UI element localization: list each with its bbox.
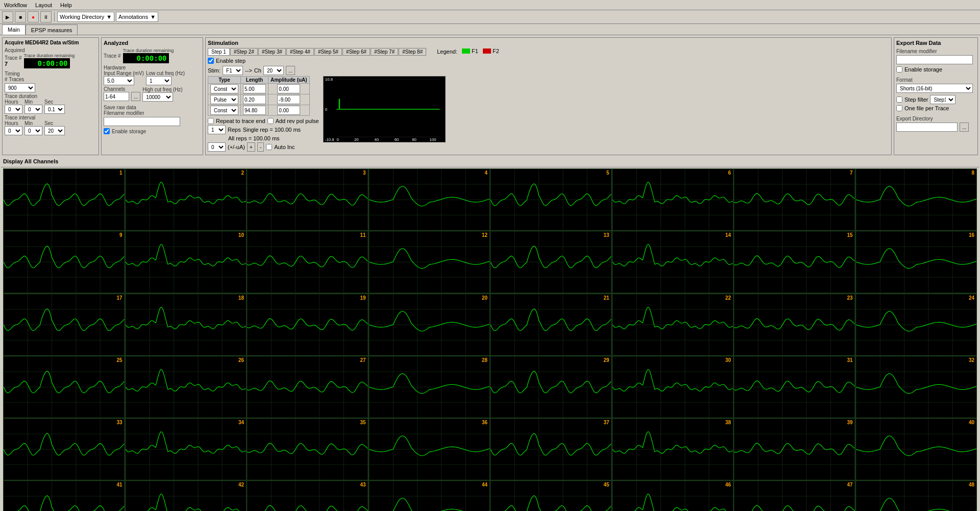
menu-layout[interactable]: Layout — [31, 1, 56, 9]
working-directory-dropdown[interactable]: Working Directory ▼ — [57, 12, 114, 22]
type-select-1[interactable]: Const — [210, 84, 238, 93]
channel-cell-7[interactable]: 7 — [733, 168, 855, 231]
channel-cell-12[interactable]: 12 — [369, 231, 491, 293]
int-min-select[interactable]: 0 — [24, 126, 42, 135]
step-tab-2[interactable]: #Step 2# — [230, 48, 258, 56]
length-input-2[interactable] — [243, 95, 266, 104]
channel-cell-16[interactable]: 16 — [855, 231, 977, 293]
step-filter-select[interactable]: Step1 — [930, 95, 955, 104]
tab-main[interactable]: Main — [2, 25, 26, 35]
annotations-dropdown[interactable]: Annotations ▼ — [116, 12, 158, 22]
amplitude-input-3[interactable] — [277, 106, 300, 115]
add-rev-check[interactable] — [267, 118, 274, 124]
channel-cell-41[interactable]: 41 — [3, 480, 125, 511]
menu-help[interactable]: Help — [56, 1, 76, 9]
filename-mod-input[interactable] — [896, 55, 973, 64]
step-tab-6[interactable]: #Step 6# — [342, 48, 370, 56]
ch-config-btn[interactable]: ... — [286, 66, 295, 75]
one-file-check[interactable] — [896, 105, 902, 111]
step-tab-4[interactable]: #Step 4# — [286, 48, 314, 56]
channel-cell-6[interactable]: 6 — [612, 168, 734, 231]
channel-cell-5[interactable]: 5 — [490, 168, 612, 231]
channels-edit-btn[interactable]: ... — [131, 92, 140, 101]
channel-cell-23[interactable]: 23 — [733, 294, 855, 356]
toolbar-play[interactable]: ▶ — [2, 11, 13, 22]
enable-storage-check2[interactable] — [896, 66, 902, 72]
enable-step-check[interactable] — [208, 58, 214, 64]
channel-cell-19[interactable]: 19 — [247, 294, 369, 356]
export-dir-input[interactable] — [896, 123, 958, 132]
channel-cell-3[interactable]: 3 — [247, 168, 369, 231]
low-cut-select[interactable]: 1 — [146, 76, 172, 85]
step-tab-5[interactable]: #Step 5# — [314, 48, 342, 56]
channel-cell-37[interactable]: 37 — [490, 418, 612, 480]
stim-f-select[interactable]: F1 — [223, 66, 243, 75]
input-range-select[interactable]: 5.0 — [104, 76, 134, 85]
channel-cell-18[interactable]: 18 — [125, 294, 247, 356]
repeat-check[interactable] — [208, 118, 214, 124]
channel-cell-35[interactable]: 35 — [247, 418, 369, 480]
ch-select[interactable]: 20 — [263, 66, 284, 75]
channels-input[interactable] — [104, 92, 129, 101]
channel-cell-48[interactable]: 48 — [855, 480, 977, 511]
channel-cell-13[interactable]: 13 — [490, 231, 612, 293]
ua-minus-btn[interactable]: - — [257, 142, 264, 152]
auto-inc-check[interactable] — [266, 144, 272, 150]
step-tab-1[interactable]: Step 1 — [208, 48, 230, 56]
display-panel[interactable]: 1234567891011121314151617181920212223242… — [3, 168, 977, 511]
format-select[interactable]: Shorts (16-bit) — [896, 84, 973, 93]
channel-cell-29[interactable]: 29 — [490, 356, 612, 418]
type-select-2[interactable]: Pulse — [210, 95, 238, 104]
export-dir-btn[interactable]: ... — [960, 123, 969, 132]
enable-storage-check[interactable] — [104, 128, 110, 134]
channel-cell-1[interactable]: 1 — [3, 168, 125, 231]
channel-cell-8[interactable]: 8 — [855, 168, 977, 231]
channel-cell-2[interactable]: 2 — [125, 168, 247, 231]
traces-select[interactable]: 900 — [5, 83, 35, 92]
channel-cell-40[interactable]: 40 — [855, 418, 977, 480]
channel-cell-33[interactable]: 33 — [3, 418, 125, 480]
channel-cell-31[interactable]: 31 — [733, 356, 855, 418]
channel-cell-28[interactable]: 28 — [369, 356, 491, 418]
step-tab-7[interactable]: #Step 7# — [371, 48, 398, 56]
high-cut-select[interactable]: 10000 — [142, 92, 173, 102]
filename-input[interactable] — [104, 117, 180, 126]
amplitude-input-2[interactable] — [277, 95, 300, 104]
channel-cell-39[interactable]: 39 — [733, 418, 855, 480]
channel-cell-44[interactable]: 44 — [369, 480, 491, 511]
menu-workflow[interactable]: Workflow — [0, 1, 31, 9]
channel-cell-25[interactable]: 25 — [3, 356, 125, 418]
toolbar-record[interactable]: ● — [28, 11, 39, 22]
channel-cell-15[interactable]: 15 — [733, 231, 855, 293]
int-hours-select[interactable]: 0 — [5, 126, 22, 135]
step-filter-check[interactable] — [896, 96, 902, 103]
hours-select[interactable]: 0 — [5, 105, 22, 114]
tab-epsp[interactable]: EPSP measures — [26, 25, 78, 35]
step-tab-3[interactable]: #Step 3# — [258, 48, 286, 56]
ua-select[interactable]: 0 — [208, 142, 226, 152]
step-tab-8[interactable]: #Step 8# — [399, 48, 426, 56]
channel-cell-30[interactable]: 30 — [612, 356, 734, 418]
channel-cell-26[interactable]: 26 — [125, 356, 247, 418]
length-input-1[interactable] — [243, 84, 266, 93]
channel-cell-21[interactable]: 21 — [490, 294, 612, 356]
min-select[interactable]: 0 — [24, 105, 42, 114]
length-input-3[interactable] — [243, 106, 266, 115]
channel-cell-10[interactable]: 10 — [125, 231, 247, 293]
reps-select[interactable]: 1 — [208, 125, 226, 134]
int-sec-select[interactable]: 20 — [44, 126, 65, 135]
channel-cell-43[interactable]: 43 — [247, 480, 369, 511]
sec-select[interactable]: 0.1 — [44, 105, 65, 114]
channel-cell-38[interactable]: 38 — [612, 418, 734, 480]
channel-cell-11[interactable]: 11 — [247, 231, 369, 293]
channel-cell-24[interactable]: 24 — [855, 294, 977, 356]
channel-cell-34[interactable]: 34 — [125, 418, 247, 480]
channel-cell-36[interactable]: 36 — [369, 418, 491, 480]
channel-cell-46[interactable]: 46 — [612, 480, 734, 511]
channel-cell-32[interactable]: 32 — [855, 356, 977, 418]
channel-cell-42[interactable]: 42 — [125, 480, 247, 511]
channel-cell-9[interactable]: 9 — [3, 231, 125, 293]
channel-cell-14[interactable]: 14 — [612, 231, 734, 293]
channel-cell-4[interactable]: 4 — [369, 168, 491, 231]
toolbar-stop[interactable]: ■ — [15, 11, 26, 22]
